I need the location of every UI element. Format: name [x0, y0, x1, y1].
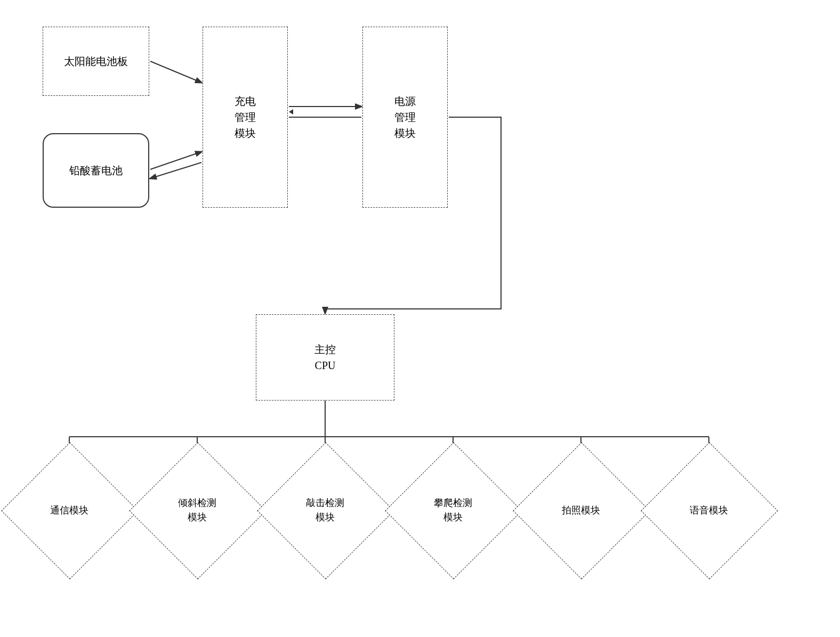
battery-label: 铅酸蓄电池	[69, 162, 123, 178]
power-mgmt-label: 电源 管理 模块	[394, 93, 416, 141]
cpu-label: 主控 CPU	[314, 341, 336, 373]
battery-box: 铅酸蓄电池	[43, 133, 149, 208]
hit-label: 敲击检测 模块	[306, 496, 344, 525]
charge-mgmt-box: 充电 管理 模块	[203, 27, 288, 208]
climb-module-diamond: 攀爬检测 模块	[405, 462, 501, 558]
hit-module-diamond: 敲击检测 模块	[277, 462, 373, 558]
svg-marker-3	[289, 109, 293, 115]
solar-panel-label: 太阳能电池板	[64, 53, 128, 69]
svg-line-5	[150, 162, 201, 178]
solar-panel-box: 太阳能电池板	[43, 27, 149, 96]
diagram: 太阳能电池板 铅酸蓄电池 充电 管理 模块 电源 管理 模块 主控 CPU 通信…	[0, 0, 840, 637]
svg-line-0	[150, 61, 201, 83]
photo-label: 拍照模块	[562, 503, 600, 518]
svg-line-4	[150, 152, 201, 169]
voice-module-diamond: 语音模块	[661, 462, 757, 558]
charge-mgmt-label: 充电 管理 模块	[235, 93, 256, 141]
power-mgmt-box: 电源 管理 模块	[362, 27, 448, 208]
climb-label: 攀爬检测 模块	[434, 496, 472, 525]
tilt-label: 倾斜检测 模块	[178, 496, 216, 525]
voice-label: 语音模块	[690, 503, 728, 518]
cpu-box: 主控 CPU	[256, 314, 394, 401]
comm-module-diamond: 通信模块	[21, 462, 117, 558]
comm-label: 通信模块	[50, 503, 88, 518]
tilt-module-diamond: 倾斜检测 模块	[149, 462, 245, 558]
photo-module-diamond: 拍照模块	[533, 462, 629, 558]
